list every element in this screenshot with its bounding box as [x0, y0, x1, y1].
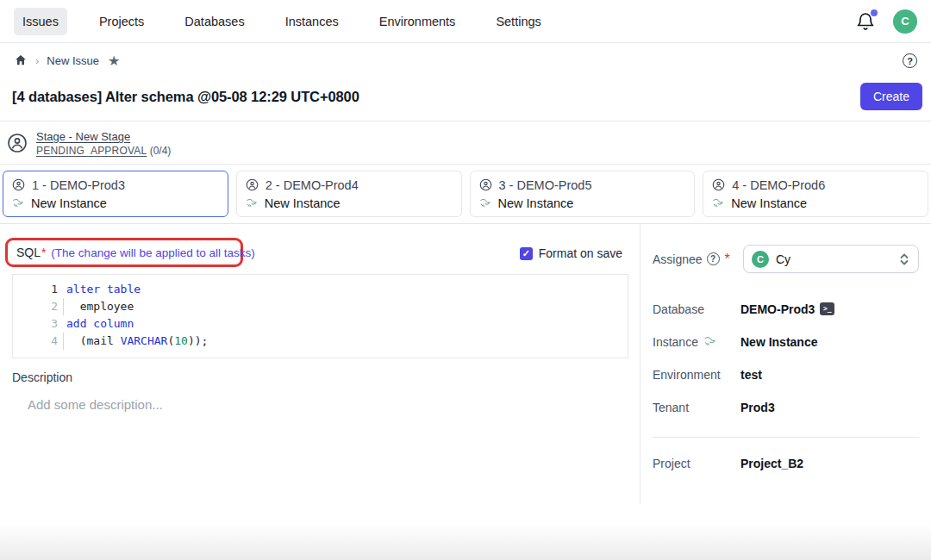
task-card-3[interactable]: 3 - DEMO-Prod5 New Instance: [470, 171, 696, 217]
task-label: 1 - DEMO-Prod3: [32, 178, 125, 192]
instance-value: New Instance: [740, 335, 817, 349]
task-user-icon: [12, 178, 25, 191]
database-value[interactable]: DEMO-Prod3>_: [740, 302, 834, 316]
breadcrumb-separator: ›: [35, 54, 39, 67]
nav-right-group: C: [855, 9, 917, 34]
task-label: 4 - DEMO-Prod6: [732, 178, 825, 192]
line-number: 1: [13, 281, 58, 298]
task-user-icon: [246, 178, 259, 191]
assignee-select[interactable]: C Cy: [743, 245, 919, 273]
editor-line: 3 add column: [13, 315, 628, 333]
environment-row: Environment test: [653, 367, 919, 382]
stage-name-link[interactable]: Stage - New Stage: [36, 130, 130, 143]
task-label: 3 - DEMO-Prod5: [499, 178, 592, 192]
assignee-value: Cy: [776, 252, 790, 266]
breadcrumb: › New Issue ★ ?: [0, 43, 931, 78]
instance-row: Instance New Instance: [653, 334, 919, 349]
home-icon[interactable]: [14, 53, 28, 67]
db-engine-icon: [703, 335, 716, 348]
editor-line: 4 (mail VARCHAR(10));: [13, 333, 628, 350]
breadcrumb-current[interactable]: New Issue: [47, 54, 99, 67]
sql-label-annotation: SQL* (The change will be applied to all …: [5, 238, 243, 267]
project-label: Project: [653, 457, 690, 470]
task-instance-name: New Instance: [731, 196, 807, 210]
task-card-2[interactable]: 2 - DEMO-Prod4 New Instance: [236, 171, 462, 217]
nav-item-databases[interactable]: Databases: [176, 8, 253, 35]
updown-chevron-icon: [898, 252, 910, 266]
required-asterisk: *: [41, 246, 46, 259]
assignee-avatar: C: [752, 251, 769, 268]
sidebar-divider: [653, 437, 919, 438]
assignee-help-icon[interactable]: ?: [707, 252, 720, 265]
line-number: 2: [13, 298, 58, 315]
db-engine-icon: [712, 197, 724, 209]
task-user-icon: [479, 178, 492, 191]
editor-line: 1 alter table: [13, 281, 628, 298]
nav-item-instances[interactable]: Instances: [277, 8, 347, 35]
nav-item-projects[interactable]: Projects: [91, 8, 153, 35]
database-row: Database DEMO-Prod3>_: [653, 302, 919, 316]
environment-label: Environment: [653, 368, 721, 382]
stage-status-link[interactable]: PENDING_APPROVAL: [36, 145, 147, 157]
task-label: 2 - DEMO-Prod4: [266, 178, 359, 192]
sql-field-label: SQL* (The change will be applied to all …: [16, 246, 255, 259]
notifications-bell-icon[interactable]: [855, 11, 876, 32]
stage-user-icon: [7, 133, 28, 153]
nav-item-environments[interactable]: Environments: [371, 8, 465, 35]
task-user-icon: [712, 178, 725, 191]
task-instance-name: New Instance: [31, 196, 107, 210]
assignee-label: Assignee: [653, 252, 703, 266]
project-row: Project Project_B2: [653, 456, 919, 470]
db-engine-icon: [246, 197, 258, 209]
description-label: Description: [12, 370, 72, 384]
favorite-star-icon[interactable]: ★: [108, 53, 120, 69]
format-on-save-toggle[interactable]: ✓ Format on save: [520, 246, 622, 260]
stage-section: Stage - New Stage PENDING_APPROVAL (0/4): [0, 121, 931, 164]
help-icon[interactable]: ?: [903, 53, 917, 69]
task-card-4[interactable]: 4 - DEMO-Prod6 New Instance: [703, 171, 928, 217]
stage-texts: Stage - New Stage PENDING_APPROVAL (0/4): [36, 128, 171, 157]
nav-item-issues[interactable]: Issues: [14, 8, 67, 35]
stage-progress: (0/4): [147, 145, 171, 157]
main-content: SQL* (The change will be applied to all …: [0, 224, 640, 560]
page: Issues Projects Databases Instances Envi…: [0, 0, 931, 560]
database-label: Database: [653, 302, 704, 316]
required-asterisk: *: [725, 252, 730, 267]
line-number: 3: [13, 315, 58, 333]
sql-console-icon[interactable]: >_: [820, 302, 834, 315]
issue-header: [4 databases] Alter schema @05-08 12:29 …: [0, 78, 931, 115]
top-navigation: Issues Projects Databases Instances Envi…: [0, 0, 931, 43]
sql-note: (The change will be applied to all tasks…: [51, 246, 254, 259]
task-card-list: 1 - DEMO-Prod3 New Instance 2 - DEMO-Pro…: [0, 164, 931, 224]
db-engine-icon: [12, 197, 24, 209]
description-input[interactable]: Add some description...: [28, 397, 163, 412]
assignee-row: Assignee ? * C Cy: [653, 245, 919, 273]
task-instance-name: New Instance: [498, 196, 574, 210]
tenant-value: Prod3: [740, 401, 775, 414]
format-on-save-checkbox[interactable]: ✓: [520, 247, 533, 260]
page-title: [4 databases] Alter schema @05-08 12:29 …: [12, 89, 359, 105]
task-card-1[interactable]: 1 - DEMO-Prod3 New Instance: [3, 171, 228, 217]
task-instance-name: New Instance: [265, 196, 341, 210]
format-on-save-label: Format on save: [539, 246, 622, 260]
environment-value: test: [740, 368, 762, 382]
editor-line: 2 employee: [13, 298, 628, 315]
project-value[interactable]: Project_B2: [740, 457, 803, 470]
line-number: 4: [13, 333, 58, 350]
tenant-label: Tenant: [653, 401, 689, 414]
sql-editor[interactable]: 1 alter table 2 employee 3 add column 4 …: [12, 274, 628, 358]
create-button[interactable]: Create: [860, 83, 922, 110]
issue-sidebar: Assignee ? * C Cy Database DEMO-Prod3>_ …: [640, 224, 931, 504]
tenant-row: Tenant Prod3: [653, 400, 919, 414]
instance-label: Instance: [653, 335, 698, 349]
notification-dot: [871, 9, 878, 16]
user-avatar[interactable]: C: [893, 9, 917, 34]
db-engine-icon: [479, 197, 491, 209]
nav-item-settings[interactable]: Settings: [487, 8, 549, 35]
